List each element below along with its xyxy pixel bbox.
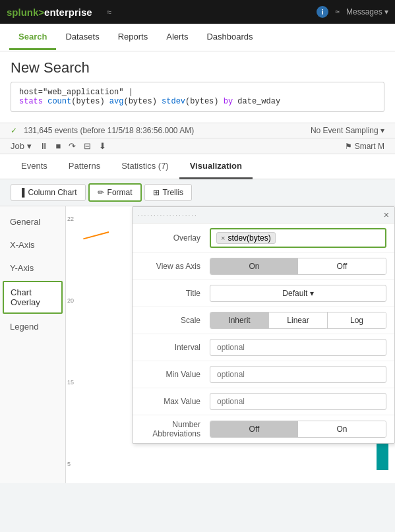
token-value: stdev(bytes) [228, 233, 270, 243]
share-button[interactable]: ↷ [69, 141, 76, 151]
sampling-button[interactable]: No Event Sampling ▾ [311, 126, 384, 135]
column-chart-label: Column Chart [28, 188, 77, 197]
sidebar-item-x-axis[interactable]: X-Axis [0, 233, 65, 256]
token-remove-button[interactable]: × [221, 234, 225, 242]
format-icon: ✏ [98, 188, 104, 197]
view-as-axis-on[interactable]: On [210, 258, 298, 274]
min-value-row: Min Value [133, 361, 394, 388]
number-abbr-off[interactable]: Off [210, 421, 298, 437]
scale-linear[interactable]: Linear [269, 312, 328, 328]
sidebar: General X-Axis Y-Axis Chart Overlay Lege… [0, 206, 66, 483]
activity2-icon: ≈ [335, 7, 340, 16]
status-check: ✓ [11, 126, 17, 135]
min-value-control [210, 366, 386, 383]
interval-input[interactable] [210, 339, 386, 356]
scale-inherit[interactable]: Inherit [210, 312, 269, 328]
title-control: Default ▾ [210, 285, 386, 302]
sidebar-item-chart-overlay[interactable]: Chart Overlay [3, 281, 63, 314]
view-as-axis-off[interactable]: Off [298, 258, 386, 274]
pause-button[interactable]: ⏸ [40, 141, 48, 151]
title-dropdown[interactable]: Default ▾ [210, 285, 386, 302]
min-value-label: Min Value [140, 370, 210, 379]
view-as-axis-control: On Off [210, 258, 386, 275]
nav-datasets[interactable]: Datasets [56, 25, 108, 50]
max-value-label: Max Value [140, 397, 210, 406]
stop-button[interactable]: ■ [56, 141, 61, 151]
main-content: General X-Axis Y-Axis Chart Overlay Lege… [0, 206, 395, 483]
smart-mode[interactable]: ⚑ Smart M [345, 142, 384, 151]
tab-row: Events Patterns Statistics (7) Visualiza… [0, 154, 395, 179]
view-as-axis-toggle: On Off [210, 258, 386, 275]
column-chart-icon: ▐ [19, 188, 25, 197]
info-icon[interactable]: i [317, 6, 328, 18]
scale-control: Inherit Linear Log [210, 312, 386, 329]
messages-button[interactable]: Messages ▾ [346, 7, 388, 16]
column-chart-button[interactable]: ▐ Column Chart [11, 184, 86, 201]
overlay-token-tag: × stdev(bytes) [216, 232, 276, 244]
toolbar: Job ▾ ⏸ ■ ↷ ⊟ ⬇ ⚑ Smart M [0, 138, 395, 154]
nav-search[interactable]: Search [9, 25, 56, 50]
print-button[interactable]: ⊟ [84, 141, 91, 151]
number-abbr-label: Number Abbreviations [140, 420, 210, 438]
activity-icon: ≈ [107, 7, 111, 17]
splunk-logo: splunk>enterprise [7, 7, 92, 18]
status-bar: ✓ 131,645 events (before 11/5/18 8:36:56… [0, 123, 395, 138]
view-as-axis-label: View as Axis [140, 262, 210, 271]
event-count: 131,645 events (before 11/5/18 8:36:56.0… [24, 126, 194, 135]
search-line2: stats count(bytes) avg(bytes) stdev(byte… [19, 97, 376, 106]
format-button[interactable]: ✏ Format [88, 183, 142, 202]
scale-row: Scale Inherit Linear Log [133, 307, 394, 334]
max-value-row: Max Value [133, 388, 394, 415]
tab-statistics[interactable]: Statistics (7) [111, 154, 179, 179]
panel-drag-handle: ··················· [138, 212, 198, 219]
sidebar-item-legend[interactable]: Legend [0, 315, 65, 338]
chart-area: 22 20 15 5 ··················· × Overlay [66, 206, 395, 483]
sidebar-item-y-axis[interactable]: Y-Axis [0, 256, 65, 280]
panel-close-button[interactable]: × [384, 210, 389, 220]
max-value-control [210, 393, 386, 410]
max-value-input[interactable] [210, 393, 386, 410]
chart-overlay-visual [83, 231, 109, 239]
panel-header: ··················· × [133, 207, 394, 223]
number-abbr-toggle: Off On [210, 421, 386, 438]
tab-events[interactable]: Events [11, 154, 58, 179]
interval-control [210, 339, 386, 356]
format-label: Format [107, 188, 133, 197]
interval-row: Interval [133, 334, 394, 361]
title-label: Title [140, 289, 210, 298]
trellis-icon: ⊞ [153, 188, 160, 197]
page-title: New Search [11, 59, 384, 76]
number-abbr-on[interactable]: On [298, 421, 386, 437]
top-bar: splunk>enterprise ≈ i ≈ Messages ▾ [0, 0, 395, 24]
interval-label: Interval [140, 343, 210, 352]
export-button[interactable]: ⬇ [99, 141, 106, 151]
overlay-control: × stdev(bytes) [210, 228, 386, 248]
scale-label: Scale [140, 316, 210, 325]
nav-dashboards[interactable]: Dashboards [197, 25, 262, 50]
overlay-row: Overlay × stdev(bytes) [133, 223, 394, 253]
tab-visualization[interactable]: Visualization [179, 154, 253, 179]
scale-log[interactable]: Log [328, 312, 386, 328]
top-bar-icons: i ≈ Messages ▾ [310, 6, 388, 18]
scale-toggle: Inherit Linear Log [210, 312, 386, 329]
search-line1: host="web_application" | [19, 88, 376, 97]
nav-reports[interactable]: Reports [109, 25, 158, 50]
tab-patterns[interactable]: Patterns [58, 154, 111, 179]
trellis-label: Trellis [163, 188, 184, 197]
overlay-panel: ··················· × Overlay × stdev(by… [132, 206, 395, 444]
title-row: Title Default ▾ [133, 280, 394, 307]
nav-bar: Search Datasets Reports Alerts Dashboard… [0, 24, 395, 51]
job-button[interactable]: Job ▾ [11, 141, 32, 151]
number-abbr-row: Number Abbreviations Off On [133, 415, 394, 443]
sub-toolbar: ▐ Column Chart ✏ Format ⊞ Trellis [0, 179, 395, 206]
view-as-axis-row: View as Axis On Off [133, 253, 394, 280]
min-value-input[interactable] [210, 366, 386, 383]
y-axis-labels: 22 20 15 5 [66, 213, 82, 470]
search-box[interactable]: host="web_application" | stats count(byt… [11, 82, 384, 112]
page-header: New Search host="web_application" | stat… [0, 51, 395, 123]
sidebar-item-general[interactable]: General [0, 210, 65, 233]
number-abbr-control: Off On [210, 421, 386, 438]
nav-alerts[interactable]: Alerts [157, 25, 197, 50]
trellis-button[interactable]: ⊞ Trellis [144, 184, 193, 201]
overlay-token-input[interactable]: × stdev(bytes) [210, 228, 386, 248]
